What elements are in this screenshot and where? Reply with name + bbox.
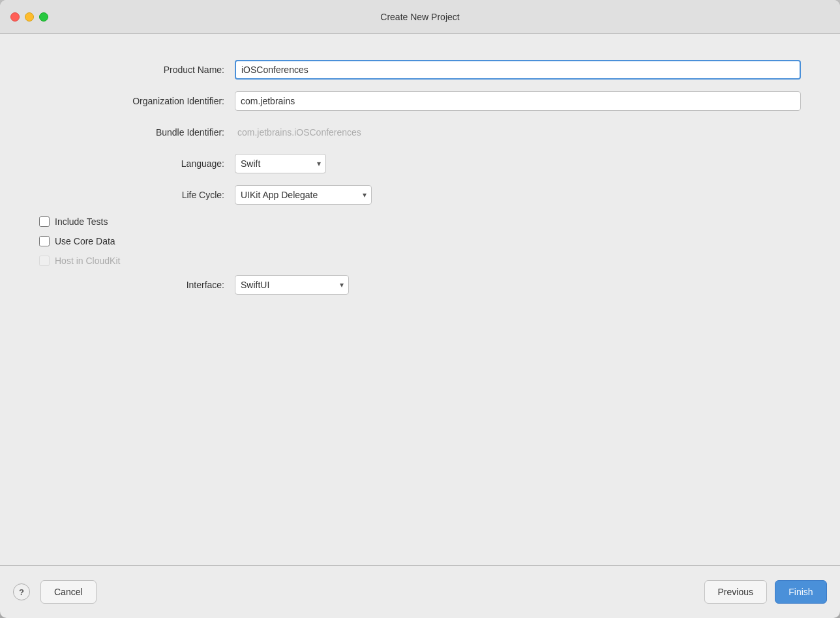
- footer-left: ? Cancel: [13, 580, 97, 604]
- minimize-button[interactable]: [25, 12, 34, 22]
- use-core-data-checkbox[interactable]: [39, 236, 50, 246]
- help-button[interactable]: ?: [13, 583, 30, 600]
- use-core-data-row: Use Core Data: [39, 236, 801, 246]
- interface-label: Interface:: [39, 280, 235, 290]
- org-identifier-input[interactable]: [235, 91, 801, 111]
- footer-right: Previous Finish: [704, 580, 827, 604]
- use-core-data-label[interactable]: Use Core Data: [55, 236, 115, 246]
- lifecycle-label: Life Cycle:: [39, 190, 235, 200]
- maximize-button[interactable]: [39, 12, 48, 22]
- include-tests-checkbox[interactable]: [39, 216, 50, 227]
- language-row: Language: Swift Objective-C: [39, 154, 801, 173]
- interface-select[interactable]: SwiftUI Storyboard: [235, 275, 349, 295]
- language-select[interactable]: Swift Objective-C: [235, 154, 326, 173]
- product-name-row: Product Name:: [39, 60, 801, 80]
- checkboxes-group: Include Tests Use Core Data Host in Clou…: [39, 216, 801, 275]
- interface-select-wrapper: SwiftUI Storyboard: [235, 275, 349, 295]
- traffic-lights: [10, 12, 48, 22]
- language-label: Language:: [39, 158, 235, 169]
- bundle-identifier-label: Bundle Identifier:: [39, 127, 235, 138]
- previous-button[interactable]: Previous: [704, 580, 767, 604]
- close-button[interactable]: [10, 12, 20, 22]
- lifecycle-row: Life Cycle: UIKit App Delegate SwiftUI A…: [39, 185, 801, 205]
- window: Create New Project Product Name: Organiz…: [0, 0, 840, 618]
- lifecycle-select[interactable]: UIKit App Delegate SwiftUI App: [235, 185, 372, 205]
- host-cloudkit-checkbox: [39, 256, 50, 266]
- org-identifier-label: Organization Identifier:: [39, 96, 235, 106]
- host-cloudkit-label: Host in CloudKit: [55, 256, 120, 266]
- form-area: Product Name: Organization Identifier: B…: [39, 60, 801, 552]
- product-name-label: Product Name:: [39, 65, 235, 75]
- product-name-input[interactable]: [235, 60, 801, 80]
- lifecycle-select-wrapper: UIKit App Delegate SwiftUI App: [235, 185, 372, 205]
- org-identifier-row: Organization Identifier:: [39, 91, 801, 111]
- bundle-identifier-row: Bundle Identifier: com.jetbrains.iOSConf…: [39, 123, 801, 142]
- cancel-button[interactable]: Cancel: [40, 580, 97, 604]
- footer: ? Cancel Previous Finish: [0, 566, 840, 618]
- language-select-wrapper: Swift Objective-C: [235, 154, 326, 173]
- finish-button[interactable]: Finish: [775, 580, 827, 604]
- bundle-identifier-value: com.jetbrains.iOSConferences: [235, 123, 801, 142]
- include-tests-label[interactable]: Include Tests: [55, 216, 108, 227]
- window-title: Create New Project: [380, 12, 459, 22]
- host-cloudkit-row: Host in CloudKit: [39, 256, 801, 266]
- title-bar: Create New Project: [0, 0, 840, 34]
- content-area: Product Name: Organization Identifier: B…: [0, 34, 840, 565]
- include-tests-row: Include Tests: [39, 216, 801, 227]
- interface-row: Interface: SwiftUI Storyboard: [39, 275, 801, 295]
